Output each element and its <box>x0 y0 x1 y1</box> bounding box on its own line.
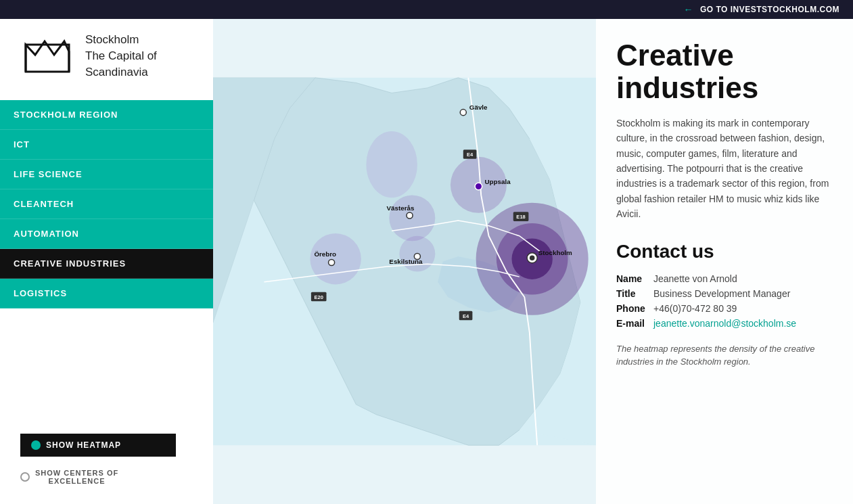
email-label: E-mail <box>616 318 653 329</box>
svg-text:E20: E20 <box>315 294 323 300</box>
svg-text:Eskilstuna: Eskilstuna <box>389 258 423 265</box>
phone-value: +46(0)70-472 80 39 <box>653 303 737 314</box>
nav-item-logistics[interactable]: LOGISTICS <box>0 279 213 308</box>
svg-point-18 <box>460 110 466 116</box>
nav-item-stockholm-region[interactable]: STOCKHOLM REGION <box>0 100 213 130</box>
invest-stockholm-link[interactable]: ← GO TO INVESTSTOCKHOLM.COM <box>683 4 839 15</box>
arrow-left-icon: ← <box>683 4 693 15</box>
contact-email-row: E-mail jeanette.vonarnold@stockholm.se <box>616 318 833 329</box>
svg-point-26 <box>329 259 335 265</box>
info-panel: Creative industries Stockholm is making … <box>596 19 853 504</box>
map-area: E4 E18 E20 E4 Gävle Uppsala Västerås Esk… <box>213 19 596 504</box>
email-link[interactable]: jeanette.vonarnold@stockholm.se <box>653 318 796 329</box>
sidebar: Stockholm The Capital of Scandinavia STO… <box>0 19 213 504</box>
heatmap-icon <box>31 440 41 450</box>
contact-phone-row: Phone +46(0)70-472 80 39 <box>616 303 833 314</box>
top-bar: ← GO TO INVESTSTOCKHOLM.COM <box>0 0 853 19</box>
svg-text:Uppsala: Uppsala <box>484 178 511 185</box>
name-value: Jeanette von Arnold <box>653 273 737 284</box>
svg-text:Gävle: Gävle <box>469 104 488 111</box>
contact-name-row: Name Jeanette von Arnold <box>616 273 833 284</box>
info-title: Creative industries <box>616 39 833 105</box>
info-description: Stockholm is making its mark in contempo… <box>616 116 833 222</box>
svg-point-29 <box>530 255 535 260</box>
svg-text:Stockholm: Stockholm <box>538 249 572 256</box>
logo-area: Stockholm The Capital of Scandinavia <box>0 19 213 93</box>
svg-point-9 <box>366 131 417 198</box>
centers-label: SHOW CENTERS OF EXCELLENCE <box>35 469 118 485</box>
contact-title: Contact us <box>616 241 833 262</box>
show-heatmap-button[interactable]: SHOW HEATMAP <box>20 434 176 457</box>
svg-point-20 <box>475 183 482 190</box>
svg-text:Örebro: Örebro <box>314 250 336 258</box>
nav-item-creative-industries[interactable]: CREATIVE INDUSTRIES <box>0 249 213 279</box>
nav-item-automation[interactable]: AUTOMATION <box>0 219 213 249</box>
nav-item-life-science[interactable]: LIFE SCIENCE <box>0 160 213 189</box>
svg-text:E4: E4 <box>463 313 469 319</box>
phone-label: Phone <box>616 303 653 314</box>
svg-point-7 <box>389 195 435 241</box>
nav-item-cleantech[interactable]: CLEANTECH <box>0 189 213 219</box>
logo-text: Stockholm The Capital of Scandinavia <box>85 32 157 80</box>
nav-list: STOCKHOLM REGION ICT LIFE SCIENCE CLEANT… <box>0 100 213 308</box>
svg-point-6 <box>310 233 361 284</box>
map-svg: E4 E18 E20 E4 Gävle Uppsala Västerås Esk… <box>213 19 596 504</box>
svg-rect-0 <box>26 45 69 72</box>
title-label: Title <box>616 288 653 299</box>
svg-text:E4: E4 <box>467 152 474 158</box>
contact-title-row: Title Business Development Manager <box>616 288 833 299</box>
show-centers-button[interactable]: SHOW CENTERS OF EXCELLENCE <box>20 463 118 490</box>
svg-text:Västerås: Västerås <box>387 204 415 212</box>
svg-text:E18: E18 <box>516 214 525 220</box>
title-value: Business Development Manager <box>653 288 790 299</box>
topbar-link-text: GO TO INVESTSTOCKHOLM.COM <box>700 5 839 14</box>
logo-icon <box>20 35 74 78</box>
centers-icon <box>20 472 30 482</box>
heatmap-note: The heatmap represents the density of th… <box>616 342 833 369</box>
name-label: Name <box>616 273 653 284</box>
main-container: Stockholm The Capital of Scandinavia STO… <box>0 19 853 504</box>
nav-item-ict[interactable]: ICT <box>0 130 213 160</box>
map-controls: SHOW HEATMAP SHOW CENTERS OF EXCELLENCE <box>20 434 176 490</box>
svg-point-22 <box>407 212 413 219</box>
